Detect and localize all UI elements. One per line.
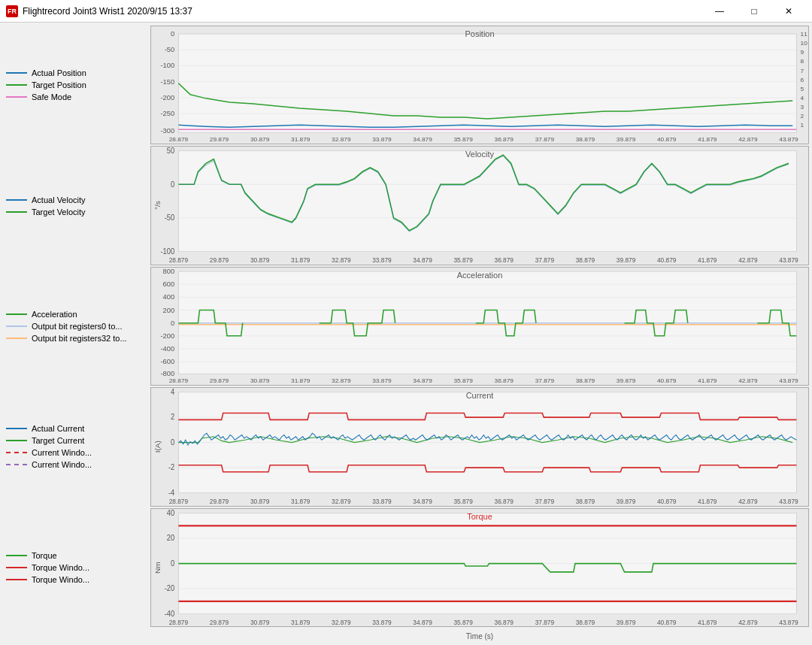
svg-text:32.879: 32.879: [332, 136, 351, 143]
svg-text:41.879: 41.879: [698, 377, 717, 384]
svg-text:36.879: 36.879: [495, 256, 514, 264]
svg-text:-4: -4: [168, 489, 175, 497]
svg-text:-250: -250: [160, 110, 174, 117]
svg-text:31.879: 31.879: [291, 256, 311, 264]
time-label: Time (s): [466, 632, 493, 640]
svg-text:28.879: 28.879: [169, 256, 189, 264]
legend-line-actual-velocity: [6, 199, 27, 201]
legend-line-actual-current: [6, 428, 27, 429]
svg-text:30.879: 30.879: [250, 619, 270, 626]
legend-line-output-bit-0: [6, 326, 27, 327]
svg-text:-800: -800: [160, 370, 174, 377]
minimize-button[interactable]: —: [702, 0, 737, 23]
svg-text:3: 3: [801, 104, 804, 111]
svg-text:2: 2: [801, 113, 804, 120]
svg-text:28.879: 28.879: [169, 498, 189, 505]
app-icon: FR: [6, 5, 18, 17]
svg-text:-300: -300: [160, 127, 174, 135]
svg-text:29.879: 29.879: [210, 256, 229, 264]
legend-label-current-window-1: Current Windo...: [32, 448, 92, 457]
position-chart: Position 0 -50 -100 -150 -200 -250 -30: [150, 26, 809, 144]
svg-text:33.879: 33.879: [372, 619, 392, 626]
svg-text:Nm: Nm: [154, 562, 162, 574]
svg-text:600: 600: [163, 280, 175, 288]
titlebar-controls: — □ ✕: [702, 0, 806, 23]
svg-text:36.879: 36.879: [495, 619, 514, 626]
legend-label-target-position: Target Position: [32, 80, 86, 89]
svg-text:-200: -200: [160, 94, 174, 101]
svg-text:41.879: 41.879: [698, 136, 717, 143]
svg-text:43.879: 43.879: [779, 256, 798, 264]
position-legend: Actual Position Target Position Safe Mod…: [0, 26, 150, 144]
position-chart-row: Actual Position Target Position Safe Mod…: [0, 26, 809, 144]
svg-text:34.879: 34.879: [413, 377, 432, 384]
legend-line-safe-mode: [6, 96, 27, 98]
svg-text:43.879: 43.879: [779, 136, 798, 143]
legend-line-acceleration: [6, 313, 27, 315]
titlebar-left: FR Flightrecord Joint3 Wrist1 2020/9/15 …: [6, 5, 192, 17]
legend-safe-mode: Safe Mode: [6, 92, 144, 101]
legend-line-current-window-1: [6, 452, 27, 453]
svg-text:40.879: 40.879: [657, 498, 677, 505]
svg-text:29.879: 29.879: [210, 619, 229, 626]
legend-label-current-window-2: Current Windo...: [32, 460, 92, 469]
svg-text:400: 400: [163, 293, 175, 301]
maximize-button[interactable]: □: [737, 0, 771, 23]
main-content: Actual Position Target Position Safe Mod…: [0, 23, 812, 645]
legend-target-position: Target Position: [6, 80, 144, 89]
svg-text:28.879: 28.879: [169, 619, 189, 626]
time-axis-row: Time (s): [0, 628, 809, 642]
legend-target-velocity: Target Velocity: [6, 207, 144, 217]
svg-text:31.879: 31.879: [291, 377, 311, 384]
svg-text:42.879: 42.879: [738, 136, 758, 143]
svg-text:33.879: 33.879: [372, 256, 392, 264]
acceleration-chart: Acceleration 800 600 400 200 0 -200 -400: [150, 267, 809, 386]
svg-text:11: 11: [801, 31, 808, 38]
window-title: Flightrecord Joint3 Wrist1 2020/9/15 13:…: [23, 6, 192, 17]
acceleration-chart-row: Acceleration Output bit registers0 to...…: [0, 267, 809, 386]
svg-text:42.879: 42.879: [738, 619, 758, 626]
svg-text:37.879: 37.879: [535, 256, 555, 264]
svg-text:34.879: 34.879: [413, 498, 432, 505]
svg-rect-0: [178, 34, 796, 132]
legend-label-output-bit-32: Output bit registers32 to...: [32, 334, 127, 343]
svg-text:32.879: 32.879: [332, 377, 351, 384]
svg-text:4: 4: [801, 95, 804, 101]
svg-text:-50: -50: [165, 213, 175, 222]
legend-line-actual-position: [6, 72, 27, 74]
svg-text:33.879: 33.879: [372, 377, 392, 384]
svg-text:31.879: 31.879: [291, 619, 311, 626]
torque-chart: Torque 40 20 0 -20 -40 Nm 28.879 29.879 …: [150, 508, 809, 627]
current-chart: Current 4 2 0 -2 -4 I(A) 28.879 29.879 3…: [150, 387, 809, 506]
legend-line-target-velocity: [6, 211, 27, 213]
velocity-chart-row: Actual Velocity Target Velocity Velocity…: [0, 146, 809, 265]
svg-text:200: 200: [163, 306, 175, 313]
svg-text:35.879: 35.879: [453, 498, 473, 505]
svg-text:36.879: 36.879: [495, 136, 514, 143]
svg-text:35.879: 35.879: [453, 619, 473, 626]
svg-text:34.879: 34.879: [413, 256, 432, 264]
svg-text:30.879: 30.879: [250, 498, 270, 505]
svg-text:32.879: 32.879: [332, 256, 351, 264]
titlebar: FR Flightrecord Joint3 Wrist1 2020/9/15 …: [0, 0, 812, 23]
svg-text:39.879: 39.879: [617, 136, 636, 143]
svg-text:38.879: 38.879: [576, 256, 595, 264]
svg-text:6: 6: [801, 77, 804, 83]
legend-actual-position: Actual Position: [6, 68, 144, 77]
svg-text:39.879: 39.879: [617, 256, 636, 264]
torque-legend: Torque Torque Windo... Torque Windo...: [0, 508, 150, 627]
svg-text:38.879: 38.879: [576, 377, 595, 384]
svg-text:41.879: 41.879: [698, 256, 717, 264]
svg-text:39.879: 39.879: [617, 619, 636, 626]
svg-text:29.879: 29.879: [210, 498, 229, 505]
legend-output-bit-32: Output bit registers32 to...: [6, 334, 144, 343]
svg-text:0: 0: [171, 30, 174, 38]
svg-text:30.879: 30.879: [250, 256, 270, 264]
svg-text:-100: -100: [160, 247, 174, 256]
svg-text:41.879: 41.879: [698, 498, 717, 505]
svg-text:40.879: 40.879: [657, 136, 677, 143]
velocity-chart-svg: 50 0 -50 -100 °/s 28.879 29.879 30.879 3…: [151, 147, 808, 264]
close-button[interactable]: ✕: [771, 0, 806, 23]
time-axis-spacer: [0, 628, 150, 642]
svg-text:5: 5: [801, 86, 804, 92]
